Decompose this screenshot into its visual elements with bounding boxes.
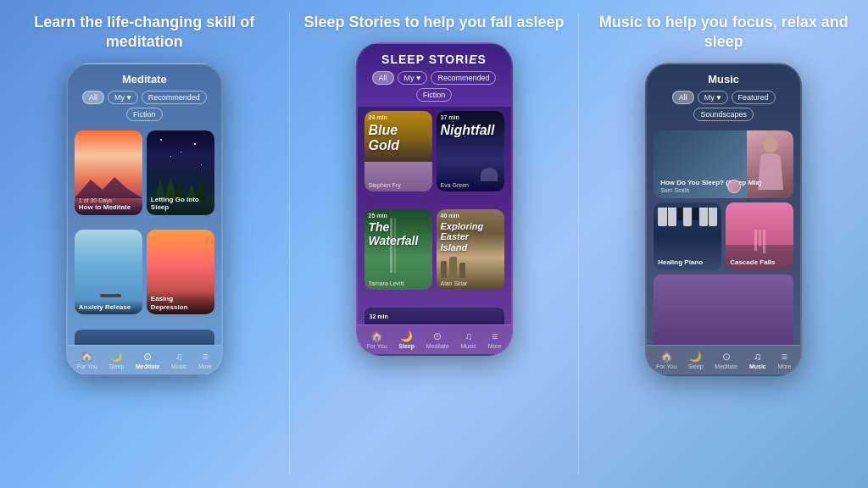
- easter-minutes: 40 min: [441, 213, 459, 219]
- pillar-2: [759, 230, 761, 247]
- music-filter-my[interactable]: My ♥: [698, 91, 728, 104]
- sleep-filter-fiction[interactable]: Fiction: [416, 88, 453, 102]
- piano-key-1: [658, 208, 666, 226]
- piano-key-3: [683, 208, 692, 226]
- card-nightfall[interactable]: 37 min Nightfall Eva Green: [437, 111, 504, 191]
- nav-sleep-2[interactable]: 🌙 Sleep: [398, 330, 415, 349]
- sleep-header: SLEEP STORIes All My ♥ Recommended Ficti…: [358, 44, 511, 107]
- nav-meditate-2[interactable]: ⊙ Meditate: [426, 330, 449, 349]
- music-icon-3: ♫: [754, 351, 761, 363]
- more-icon-3: ≡: [782, 351, 787, 363]
- piano-black-key-1: [677, 208, 682, 220]
- moon-icon-1: 🌙: [110, 351, 123, 363]
- card-how-to-meditate[interactable]: 1 of 30 Days How to Meditate: [75, 130, 142, 215]
- moai-1: [441, 261, 447, 278]
- music-bottom-nav: 🏠 For You 🌙 Sleep ⊙ Meditate ♫ Music ≡: [647, 345, 800, 374]
- nav-more-2[interactable]: ≡ More: [488, 330, 502, 349]
- moai-2: [449, 257, 457, 278]
- section-headline-music: Music to help you focus, relax and sleep: [586, 13, 861, 53]
- card-healing-piano[interactable]: Healing Piano: [654, 202, 721, 270]
- moon-icon-2: 🌙: [400, 330, 413, 342]
- meditate-filter-tabs: All My ♥ Recommended Fiction: [76, 91, 213, 121]
- music-icon-1: ♫: [175, 351, 183, 363]
- piano-key-4: [699, 208, 708, 226]
- nav-for-you-2[interactable]: 🏠 For You: [366, 330, 387, 349]
- sleep-partial-card: 32 min: [364, 308, 504, 324]
- nav-music-1[interactable]: ♫ Music: [171, 351, 186, 369]
- music-filter-featured[interactable]: Featured: [732, 91, 776, 104]
- sleep-filter-recommended[interactable]: Recommended: [431, 71, 496, 85]
- nav-sleep-1[interactable]: 🌙 Sleep: [108, 351, 124, 369]
- music-filter-all[interactable]: All: [672, 91, 694, 104]
- nav-label-for-you-3: For You: [656, 363, 676, 369]
- card-blue-gold[interactable]: 24 min BlueGold Stephen Fry: [364, 111, 432, 191]
- easter-author: Alan Sklar: [441, 280, 468, 286]
- card-cascade-falls[interactable]: Cascade Falls: [726, 202, 793, 270]
- music-partial-card: [654, 274, 793, 345]
- sleep-filter-my[interactable]: My ♥: [398, 71, 428, 85]
- blue-gold-author: Stephen Fry: [369, 182, 401, 188]
- section-music: Music to help you focus, relax and sleep…: [579, 0, 868, 488]
- star-3: [194, 143, 196, 145]
- card-meditate-overlay: 1 of 30 Days How to Meditate: [75, 194, 142, 215]
- sleep-bottom-nav: 🏠 For You 🌙 Sleep ⊙ Meditate ♫ Music ≡: [358, 324, 511, 354]
- nightfall-author: Eva Green: [441, 182, 469, 188]
- healing-piano-label: Healing Piano: [658, 258, 703, 266]
- nav-label-meditate-1: Meditate: [136, 363, 159, 369]
- meditate-icon-3: ⊙: [722, 351, 731, 363]
- filter-all[interactable]: All: [82, 91, 104, 104]
- waterfall-author: Tamara Levitt: [369, 280, 404, 286]
- card-anxiety-release[interactable]: Anxiety Release: [75, 230, 142, 314]
- card-easter-island[interactable]: 40 min ExploringEasterIsland Alan Sklar: [437, 209, 504, 290]
- card-letting-go[interactable]: Letting Go into Sleep: [147, 130, 214, 215]
- nav-label-music-2: Music: [461, 343, 476, 349]
- star-4: [170, 156, 171, 157]
- music-icon-2: ♫: [465, 330, 472, 342]
- phone-sleep: SLEEP STORIes All My ♥ Recommended Ficti…: [356, 42, 513, 356]
- sleep-partial-minutes: 32 min: [370, 313, 388, 319]
- music-filter-soundscapes[interactable]: Soundscapes: [693, 108, 754, 121]
- moon-icon-3: 🌙: [689, 351, 702, 363]
- featured-song-title: How Do You Sleep? (Sleep Mix): [660, 179, 787, 187]
- nav-label-for-you-1: For You: [77, 363, 97, 369]
- nav-meditate-3[interactable]: ⊙ Meditate: [715, 351, 737, 369]
- nav-music-2[interactable]: ♫ Music: [461, 330, 476, 349]
- nav-meditate-1[interactable]: ⊙ Meditate: [136, 351, 159, 369]
- nav-more-3[interactable]: ≡ More: [777, 351, 791, 369]
- filter-fiction[interactable]: Fiction: [126, 108, 163, 121]
- pillar-3: [763, 230, 765, 253]
- meditate-icon-1: ⊙: [143, 351, 152, 363]
- section-headline-meditate: Learn the life-changing skill of meditat…: [7, 13, 282, 53]
- card-letting-go-overlay: Letting Go into Sleep: [147, 192, 214, 215]
- cascade-falls-label: Cascade Falls: [730, 258, 775, 266]
- nav-for-you-3[interactable]: 🏠 For You: [656, 351, 676, 369]
- nav-music-3[interactable]: ♫ Music: [749, 351, 766, 369]
- home-icon-2: 🏠: [370, 330, 383, 342]
- dock-decoration: [100, 294, 121, 297]
- music-featured-card[interactable]: How Do You Sleep? (Sleep Mix) Sam Smith: [654, 130, 793, 198]
- card-waterfall[interactable]: 25 min TheWaterfall Tamara Levitt: [364, 209, 432, 290]
- card-easing-depression[interactable]: Easing Depression: [147, 230, 214, 314]
- more-icon-1: ≡: [202, 351, 208, 363]
- piano-black-key-2: [693, 208, 698, 220]
- cascade-pillars: [738, 230, 781, 253]
- star-5: [201, 164, 202, 165]
- svg-point-6: [763, 137, 778, 152]
- featured-info-overlay: How Do You Sleep? (Sleep Mix) Sam Smith: [660, 179, 787, 193]
- meditate-partial-card: [75, 330, 214, 345]
- nav-for-you-1[interactable]: 🏠 For You: [77, 351, 97, 369]
- sleep-filter-all[interactable]: All: [372, 71, 394, 85]
- star-1: [160, 139, 162, 141]
- phone-music: Music All My ♥ Featured Soundscapes: [645, 63, 802, 376]
- card-letting-go-label: Letting Go into Sleep: [151, 196, 210, 212]
- piano-key-2: [668, 208, 676, 226]
- star-2: [181, 152, 181, 152]
- filter-recommended[interactable]: Recommended: [142, 91, 207, 104]
- sleep-cards-grid: 24 min BlueGold Stephen Fry 37 min Nig: [358, 107, 511, 308]
- nav-sleep-3[interactable]: 🌙 Sleep: [688, 351, 704, 369]
- meditate-cards-grid: 1 of 30 Days How to Meditate: [68, 126, 221, 330]
- meditate-icon-2: ⊙: [433, 330, 442, 342]
- filter-my[interactable]: My ♥: [108, 91, 138, 104]
- meditate-bottom-nav: 🏠 For You 🌙 Sleep ⊙ Meditate ♫ Music ≡: [68, 345, 221, 374]
- nav-more-1[interactable]: ≡ More: [198, 351, 212, 369]
